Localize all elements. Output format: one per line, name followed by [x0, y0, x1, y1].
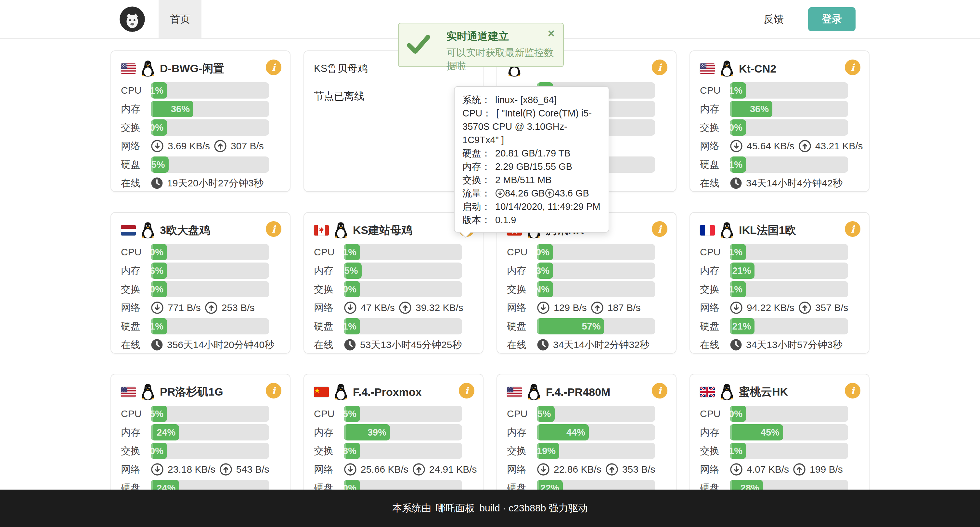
memory-progress-bar: 15% — [344, 262, 362, 279]
memory-percent-value: 21% — [732, 265, 754, 276]
swap-percent-value: NaN% — [537, 284, 553, 295]
clock-icon — [151, 339, 163, 351]
disk-row: 硬盘 11% — [700, 157, 848, 173]
info-icon[interactable]: i — [845, 59, 861, 75]
country-flag-icon-us — [121, 64, 136, 74]
cpu-row: CPU 5% — [121, 406, 269, 422]
country-flag-icon-cn — [314, 387, 329, 397]
server-name: PR洛杉矶1G — [160, 385, 223, 399]
download-arrow-icon — [151, 463, 164, 476]
nav-feedback-link[interactable]: 反馈 — [764, 0, 784, 38]
footer-nezha-link[interactable]: 哪吒面板 — [436, 501, 475, 515]
clock-icon — [537, 339, 549, 351]
toast-message: 可以实时获取最新监控数据啦 — [447, 46, 563, 73]
info-icon[interactable]: i — [652, 59, 667, 75]
swap-label: 交换 — [700, 283, 730, 296]
disk-row: 硬盘 21% — [700, 318, 848, 334]
country-flag-icon-gb — [700, 387, 715, 397]
linux-tux-icon — [719, 383, 734, 401]
cpu-progress-track: 0% — [730, 406, 848, 422]
cpu-label: CPU — [314, 247, 344, 258]
uptime-value: 19天20小时27分钟3秒 — [167, 177, 264, 190]
server-card-header: 蜜桃云HK — [700, 383, 840, 401]
download-arrow-icon — [151, 301, 164, 314]
network-download-value: 47 KB/s — [361, 302, 395, 313]
info-icon[interactable]: i — [652, 383, 667, 399]
uptime-value: 34天14小时4分钟42秒 — [746, 177, 843, 190]
cpu-progress-track: 15% — [537, 406, 655, 422]
memory-progress-bar: 44% — [537, 424, 589, 441]
info-icon[interactable]: i — [266, 221, 282, 237]
linux-tux-icon — [719, 60, 734, 77]
memory-percent-value: 36% — [750, 104, 772, 115]
memory-progress-track: 39% — [344, 424, 462, 441]
cpu-label: CPU — [507, 247, 537, 258]
tooltip-row-disk: 硬盘：20.81 GB/1.79 TB — [462, 147, 601, 160]
online-label: 在线 — [121, 338, 151, 352]
cpu-progress-track: 5% — [151, 406, 269, 422]
server-card-header: D-BWG-闲置 — [121, 59, 261, 78]
cpu-label: CPU — [700, 408, 730, 419]
memory-row: 内存 39% — [314, 424, 462, 441]
swap-progress-bar: 8% — [344, 443, 360, 459]
login-button[interactable]: 登录 — [808, 7, 856, 31]
server-name: Kt-CN2 — [739, 62, 776, 75]
memory-percent-value: 45% — [760, 427, 783, 438]
disk-progress-bar: 11% — [730, 157, 746, 173]
toast-close-icon[interactable]: × — [548, 27, 555, 40]
country-flag-icon-us — [121, 387, 136, 397]
cpu-row: CPU 5% — [314, 406, 462, 422]
tooltip-row-system: 系统：linux- [x86_64] — [462, 93, 601, 107]
tooltip-row-traffic: 流量：84.26 GB43.6 GB — [462, 187, 601, 200]
swap-percent-value: 19% — [537, 446, 559, 457]
swap-percent-value: 1% — [730, 446, 746, 457]
cpu-label: CPU — [121, 408, 151, 419]
info-icon[interactable]: i — [459, 383, 474, 399]
swap-percent-value: 0% — [151, 284, 167, 295]
footer: 本系统由 哪吒面板 build · c23b88b 强力驱动 — [0, 490, 980, 527]
memory-row: 内存 45% — [700, 424, 848, 441]
cpu-label: CPU — [700, 85, 730, 96]
network-download-value: 22.86 KB/s — [554, 464, 601, 475]
linux-tux-icon — [333, 383, 348, 401]
info-icon[interactable]: i — [845, 383, 861, 399]
memory-row: 内存 44% — [507, 424, 655, 441]
cpu-percent-value: 0% — [151, 247, 167, 258]
swap-percent-value: 0% — [151, 446, 167, 457]
memory-progress-track: 36% — [151, 101, 269, 117]
info-icon[interactable]: i — [266, 59, 282, 75]
site-logo-avatar[interactable] — [119, 6, 145, 32]
network-row: 网络 22.86 KB/s 353 B/s — [507, 461, 655, 477]
cpu-progress-track: 1% — [730, 82, 848, 99]
tooltip-label-memory: 内存： — [462, 161, 491, 172]
memory-percent-value: 3% — [537, 265, 553, 276]
network-row: 网络 45.64 KB/s 43.21 KB/s — [700, 138, 848, 154]
memory-row: 内存 6% — [121, 262, 269, 279]
disk-progress-bar: 57% — [537, 318, 604, 334]
memory-progress-bar: 3% — [537, 262, 553, 279]
tooltip-row-version: 版本：0.1.9 — [462, 213, 601, 227]
download-arrow-icon — [537, 301, 550, 314]
traffic-upload-icon — [545, 188, 555, 198]
disk-percent-value: 1% — [344, 321, 360, 332]
cpu-progress-bar: 1% — [151, 82, 167, 99]
cpu-row: CPU 1% — [700, 244, 848, 260]
disk-progress-track: 1% — [151, 318, 269, 334]
swap-progress-track: 0% — [151, 443, 269, 459]
memory-label: 内存 — [121, 264, 151, 278]
download-arrow-icon — [730, 301, 743, 314]
info-icon[interactable]: i — [652, 221, 667, 237]
swap-label: 交换 — [700, 444, 730, 458]
network-upload-value: 24.91 KB/s — [429, 464, 477, 475]
info-icon[interactable]: i — [266, 383, 282, 399]
server-name: IKL法国1欧 — [739, 223, 796, 238]
swap-label: 交换 — [314, 283, 344, 296]
cpu-label: CPU — [314, 408, 344, 419]
memory-row: 内存 36% — [700, 101, 848, 117]
cpu-progress-bar: 1% — [730, 82, 746, 99]
online-label: 在线 — [700, 338, 730, 352]
tab-home[interactable]: 首页 — [159, 0, 202, 38]
cpu-progress-bar: 0% — [537, 244, 553, 260]
info-icon[interactable]: i — [845, 221, 861, 237]
network-label: 网络 — [700, 140, 730, 153]
